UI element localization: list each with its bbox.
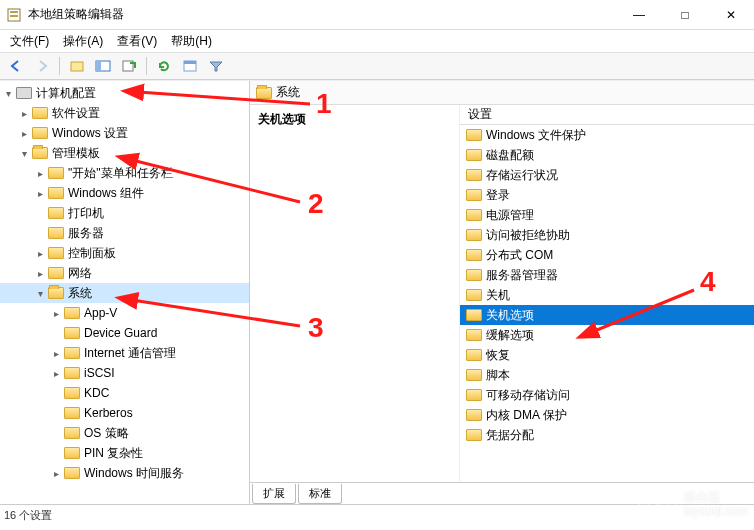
folder-icon (466, 289, 482, 301)
panel-header: 关机选项 (258, 111, 451, 128)
minimize-button[interactable]: — (616, 0, 662, 30)
folder-icon (466, 369, 482, 381)
list-item[interactable]: 磁盘配额 (460, 145, 754, 165)
list-item-label: 关机 (486, 287, 510, 304)
tree-node-printers[interactable]: 打印机 (0, 203, 249, 223)
folder-icon (48, 187, 64, 199)
export-button[interactable] (117, 55, 141, 77)
folder-icon (466, 229, 482, 241)
breadcrumb: 系统 (250, 81, 754, 105)
list-item[interactable]: 内核 DMA 保护 (460, 405, 754, 425)
tree-node-iscsi[interactable]: ▸iSCSI (0, 363, 249, 383)
folder-icon (64, 407, 80, 419)
tree-node-computer-config[interactable]: ▾计算机配置 (0, 83, 249, 103)
tree-node-windows-time[interactable]: ▸Windows 时间服务 (0, 463, 249, 483)
tab-extended[interactable]: 扩展 (252, 484, 296, 504)
back-button[interactable] (4, 55, 28, 77)
forward-button[interactable] (30, 55, 54, 77)
list-item[interactable]: 可移动存储访问 (460, 385, 754, 405)
breadcrumb-label: 系统 (276, 84, 300, 101)
details-pane: 系统 关机选项 设置 Windows 文件保护磁盘配额存储运行状况登录电源管理访… (250, 81, 754, 504)
folder-icon (466, 309, 482, 321)
list-item[interactable]: 存储运行状况 (460, 165, 754, 185)
window-title: 本地组策略编辑器 (28, 6, 616, 23)
list-item[interactable]: 访问被拒绝协助 (460, 225, 754, 245)
content-area: ▾计算机配置 ▸软件设置 ▸Windows 设置 ▾管理模板 ▸"开始"菜单和任… (0, 80, 754, 504)
folder-icon (466, 249, 482, 261)
menu-help[interactable]: 帮助(H) (171, 33, 212, 50)
svg-rect-1 (10, 11, 18, 13)
tree-node-control-panel[interactable]: ▸控制面板 (0, 243, 249, 263)
svg-rect-5 (96, 61, 101, 71)
tree-node-system[interactable]: ▾系统 (0, 283, 249, 303)
list-item-label: 访问被拒绝协助 (486, 227, 570, 244)
refresh-button[interactable] (152, 55, 176, 77)
folder-icon (48, 167, 64, 179)
list-item[interactable]: 凭据分配 (460, 425, 754, 445)
tree-node-network[interactable]: ▸网络 (0, 263, 249, 283)
properties-button[interactable] (178, 55, 202, 77)
toolbar (0, 52, 754, 80)
filter-button[interactable] (204, 55, 228, 77)
svg-rect-3 (71, 62, 83, 71)
folder-icon (32, 107, 48, 119)
list-item[interactable]: Windows 文件保护 (460, 125, 754, 145)
app-icon (6, 7, 22, 23)
tree-node-kerberos[interactable]: Kerberos (0, 403, 249, 423)
list-item-label: 内核 DMA 保护 (486, 407, 567, 424)
folder-icon (48, 267, 64, 279)
list-item-label: 分布式 COM (486, 247, 553, 264)
list-item-label: Windows 文件保护 (486, 127, 586, 144)
list-item-label: 存储运行状况 (486, 167, 558, 184)
tree-node-admin-templates[interactable]: ▾管理模板 (0, 143, 249, 163)
folder-icon (64, 387, 80, 399)
menu-action[interactable]: 操作(A) (63, 33, 103, 50)
folder-icon (48, 287, 64, 299)
folder-icon (48, 247, 64, 259)
folder-icon (64, 367, 80, 379)
tree-node-device-guard[interactable]: Device Guard (0, 323, 249, 343)
list-item[interactable]: 缓解选项 (460, 325, 754, 345)
list-item[interactable]: 分布式 COM (460, 245, 754, 265)
tree-node-windows-settings[interactable]: ▸Windows 设置 (0, 123, 249, 143)
list-item[interactable]: 电源管理 (460, 205, 754, 225)
list-item-label: 可移动存储访问 (486, 387, 570, 404)
folder-icon (466, 269, 482, 281)
list-item[interactable]: 关机 (460, 285, 754, 305)
tree-node-software-settings[interactable]: ▸软件设置 (0, 103, 249, 123)
column-header-setting[interactable]: 设置 (460, 105, 754, 125)
menu-bar: 文件(F) 操作(A) 查看(V) 帮助(H) (0, 30, 754, 52)
folder-icon (32, 127, 48, 139)
folder-icon (64, 467, 80, 479)
computer-icon (16, 87, 32, 99)
tree-node-kdc[interactable]: KDC (0, 383, 249, 403)
show-hide-button[interactable] (91, 55, 115, 77)
list-item[interactable]: 关机选项 (460, 305, 754, 325)
tree-node-server[interactable]: 服务器 (0, 223, 249, 243)
list-item[interactable]: 恢复 (460, 345, 754, 365)
maximize-button[interactable]: □ (662, 0, 708, 30)
tree-node-appv[interactable]: ▸App-V (0, 303, 249, 323)
tree-pane[interactable]: ▾计算机配置 ▸软件设置 ▸Windows 设置 ▾管理模板 ▸"开始"菜单和任… (0, 81, 250, 504)
tab-standard[interactable]: 标准 (298, 484, 342, 504)
up-button[interactable] (65, 55, 89, 77)
menu-view[interactable]: 查看(V) (117, 33, 157, 50)
folder-icon (466, 169, 482, 181)
list-item[interactable]: 脚本 (460, 365, 754, 385)
tree-node-start-menu[interactable]: ▸"开始"菜单和任务栏 (0, 163, 249, 183)
tree-node-internet-comm[interactable]: ▸Internet 通信管理 (0, 343, 249, 363)
close-button[interactable]: ✕ (708, 0, 754, 30)
list-item-label: 脚本 (486, 367, 510, 384)
folder-icon (466, 429, 482, 441)
tree-node-windows-components[interactable]: ▸Windows 组件 (0, 183, 249, 203)
title-bar: 本地组策略编辑器 — □ ✕ (0, 0, 754, 30)
tree-node-os-policy[interactable]: OS 策略 (0, 423, 249, 443)
list-item-label: 关机选项 (486, 307, 534, 324)
list-item[interactable]: 登录 (460, 185, 754, 205)
svg-rect-8 (184, 61, 196, 64)
tree-node-pin-complexity[interactable]: PIN 复杂性 (0, 443, 249, 463)
settings-list[interactable]: 设置 Windows 文件保护磁盘配额存储运行状况登录电源管理访问被拒绝协助分布… (460, 105, 754, 482)
menu-file[interactable]: 文件(F) (10, 33, 49, 50)
list-item[interactable]: 服务器管理器 (460, 265, 754, 285)
list-item-label: 登录 (486, 187, 510, 204)
